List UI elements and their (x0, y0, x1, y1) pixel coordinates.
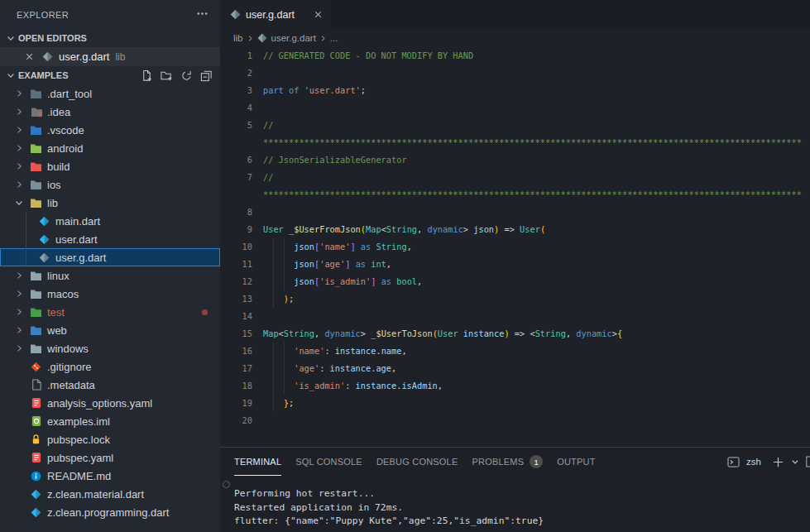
code-line[interactable]: 16 'name': instance.name, (220, 343, 810, 360)
chevron-right-icon[interactable] (13, 324, 25, 336)
dart-icon (38, 216, 50, 227)
code-line[interactable]: 7// (220, 169, 810, 186)
code-line[interactable]: 20 (220, 412, 810, 429)
section-actions (141, 69, 220, 82)
code-line[interactable]: 11 json['age'] as int, (220, 256, 810, 273)
lock-icon (30, 434, 42, 445)
code-line[interactable]: ****************************************… (220, 134, 810, 151)
code-line[interactable]: 4 (220, 99, 810, 117)
code-token: 'name' (294, 343, 324, 360)
explorer-header: EXPLORER (0, 0, 220, 29)
tree-item-user-g-dart[interactable]: user.g.dart (0, 248, 220, 266)
chevron-right-icon[interactable] (13, 142, 25, 154)
tree-item--gitignore[interactable]: .gitignore (0, 357, 220, 376)
code-line[interactable]: 1// GENERATED CODE - DO NOT MODIFY BY HA… (220, 47, 810, 65)
code-line[interactable]: 3part of 'user.dart'; (220, 82, 810, 99)
tree-item-ios[interactable]: ios (0, 175, 220, 194)
terminal-output[interactable]: Performing hot restart...Restarted appli… (220, 476, 810, 529)
shell-label[interactable]: zsh (746, 457, 761, 467)
tree-item-label: pubspec.lock (47, 434, 110, 446)
close-icon[interactable] (24, 51, 35, 62)
code-token: isAdmin (401, 377, 437, 395)
tree-item--vscode[interactable]: .vscode (0, 121, 220, 139)
code-line[interactable]: 15Map<String, dynamic> _$UserToJson(User… (220, 325, 810, 343)
code-line[interactable]: 5// (220, 117, 810, 134)
code-editor[interactable]: 1// GENERATED CODE - DO NOT MODIFY BY HA… (220, 47, 810, 447)
code-line[interactable]: 6// JsonSerializableGenerator (220, 151, 810, 169)
code-token: , (566, 325, 576, 343)
tree-item-test[interactable]: test (0, 303, 220, 321)
chevron-right-icon[interactable] (13, 106, 25, 117)
tree-item-user-dart[interactable]: user.dart (0, 230, 220, 248)
code-line[interactable]: 18 'is_admin': instance.isAdmin, (220, 377, 810, 395)
panel-tab-terminal[interactable]: TERMINAL (234, 448, 281, 476)
tree-item-analysis-options-yaml[interactable]: analysis_options.yaml (0, 394, 220, 412)
panel-tab-sql-console[interactable]: SQL CONSOLE (295, 448, 362, 476)
tree-item-build[interactable]: build (0, 157, 220, 175)
breadcrumb-item-symbol[interactable]: ... (330, 33, 338, 43)
code-line[interactable]: 14 (220, 308, 810, 325)
tree-item-main-dart[interactable]: main.dart (0, 212, 220, 230)
code-token: dynamic (324, 325, 360, 343)
code-line[interactable]: 9User _$UserFromJson(Map<String, dynamic… (220, 221, 810, 238)
line-number: 3 (220, 82, 263, 99)
tree-item-pubspec-yaml[interactable]: pubspec.yaml (0, 448, 220, 467)
dart-icon (30, 507, 42, 518)
chevron-down-icon[interactable] (13, 197, 25, 208)
tree-item-linux[interactable]: linux (0, 266, 220, 285)
code-line[interactable]: 2 (220, 65, 810, 82)
chevron-right-icon[interactable] (13, 343, 25, 354)
code-line[interactable]: 8 (220, 204, 810, 221)
file-tree: .dart_tool.idea.vscodeandroidbuildioslib… (0, 84, 220, 521)
chevron-right-icon[interactable] (13, 179, 25, 190)
chevron-right-icon[interactable] (13, 270, 25, 281)
new-file-icon[interactable] (141, 69, 153, 82)
chevron-right-icon[interactable] (13, 124, 25, 136)
tree-item-z-clean-programming-dart[interactable]: z.clean.programming.dart (0, 503, 220, 521)
chevron-right-icon[interactable] (13, 88, 25, 99)
code-token: User (520, 221, 540, 238)
open-editors-section-header[interactable]: OPEN EDITORS (0, 29, 220, 47)
breadcrumb-item-file[interactable]: user.g.dart (271, 33, 316, 43)
new-terminal-icon[interactable] (772, 456, 784, 468)
tree-item--metadata[interactable]: .metadata (0, 376, 220, 394)
split-terminal-icon[interactable] (806, 456, 810, 467)
tree-item--dart-tool[interactable]: .dart_tool (0, 84, 220, 103)
panel-tab-output[interactable]: OUTPUT (557, 448, 595, 476)
tree-item-examples-iml[interactable]: examples.iml (0, 412, 220, 430)
collapse-all-icon[interactable] (200, 69, 213, 82)
tree-item-web[interactable]: web (0, 321, 220, 339)
refresh-icon[interactable] (180, 69, 193, 82)
dart-icon (38, 234, 50, 245)
code-token: , (417, 273, 422, 290)
tree-item-z-clean-material-dart[interactable]: z.clean.material.dart (0, 485, 220, 503)
code-line[interactable]: 17 'age': instance.age, (220, 360, 810, 377)
chevron-right-icon[interactable] (13, 306, 25, 318)
tree-item-windows[interactable]: windows (0, 339, 220, 357)
chevron-right-icon[interactable] (13, 161, 25, 172)
code-line[interactable]: 19 }; (220, 395, 810, 412)
new-folder-icon[interactable] (161, 69, 173, 82)
terminal-dropdown-icon[interactable] (791, 458, 799, 466)
panel-tab-debug-console[interactable]: DEBUG CONSOLE (376, 448, 458, 476)
ellipsis-icon[interactable] (196, 7, 208, 22)
panel-tab-problems[interactable]: PROBLEMS1 (472, 448, 543, 476)
close-icon[interactable] (311, 8, 324, 22)
terminal-line: Performing hot restart... (234, 487, 810, 501)
chevron-right-icon[interactable] (13, 288, 25, 300)
tree-item-pubspec-lock[interactable]: pubspec.lock (0, 430, 220, 448)
code-line[interactable]: 10 json['name'] as String, (220, 238, 810, 256)
code-line[interactable]: 13 ); (220, 290, 810, 308)
open-editor-item[interactable]: user.g.dart lib (0, 47, 220, 66)
tree-item--idea[interactable]: .idea (0, 103, 220, 121)
tree-item-android[interactable]: android (0, 139, 220, 157)
tree-item-macos[interactable]: macos (0, 285, 220, 303)
code-line[interactable]: 12 json['is_admin'] as bool, (220, 273, 810, 290)
bottom-panel: TERMINALSQL CONSOLEDEBUG CONSOLEPROBLEMS… (220, 447, 810, 532)
tab-user-g-dart[interactable]: user.g.dart (220, 0, 331, 29)
tree-item-lib[interactable]: lib (0, 194, 220, 212)
examples-section-header[interactable]: EXAMPLES (0, 66, 220, 84)
tree-item-readme-md[interactable]: README.md (0, 467, 220, 485)
code-line[interactable]: ****************************************… (220, 186, 810, 204)
breadcrumb-item-lib[interactable]: lib (233, 33, 243, 43)
